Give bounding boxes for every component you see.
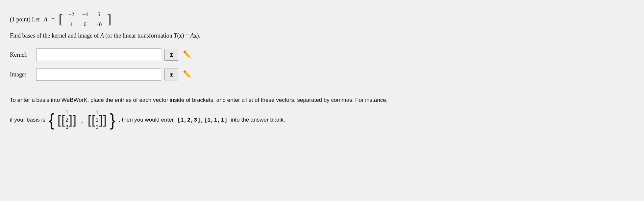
problem-statement: (1 point) Let A = [ −2 −4 5 4 6 −8 ] xyxy=(10,10,634,29)
code-example: [1,2,3],[1,1,1] xyxy=(177,117,227,123)
pencil-icon-2: ✏️ xyxy=(183,70,192,78)
inner-right-bracket-v2: ] xyxy=(99,114,103,126)
cell-1-1: 6 xyxy=(84,21,87,28)
image-label: Image: xyxy=(10,71,33,78)
v1-row2: 3 xyxy=(65,124,68,130)
cell-1-0: 4 xyxy=(70,21,73,28)
A-var2: A xyxy=(190,32,194,39)
problem-prefix: (1 point) Let xyxy=(10,16,40,23)
find-var: A xyxy=(100,32,104,39)
cell-1-2: −8 xyxy=(96,21,102,28)
cell-0-1: −4 xyxy=(82,11,88,18)
cell-0-0: −2 xyxy=(68,11,74,18)
variable-a: A xyxy=(44,16,47,23)
v2-row2: 1 xyxy=(96,124,99,130)
image-grid-button[interactable]: ⊞ xyxy=(164,69,178,80)
kernel-grid-button[interactable]: ⊞ xyxy=(164,49,178,61)
grid-icon: ⊞ xyxy=(169,52,174,58)
find-line: Find bases of the kernel and image of A … xyxy=(10,32,634,39)
basis-example-line: if your basis is { [ [ 1 2 3 ] ] , [ [ 1… xyxy=(10,109,634,131)
then-text: , then you would enter xyxy=(119,117,174,123)
image-input[interactable] xyxy=(36,68,161,81)
find-suffix: (or the linear transformation xyxy=(104,32,174,39)
cell-0-2: 5 xyxy=(97,11,100,18)
instructions-text: To enter a basis into WeBWorK, place the… xyxy=(10,97,387,103)
matrix-grid: −2 −4 5 4 6 −8 xyxy=(64,10,106,29)
outer-right-bracket-v1: ] xyxy=(73,114,76,126)
outer-right-bracket-v2: ] xyxy=(103,114,107,126)
pencil-icon: ✏️ xyxy=(183,50,192,59)
bracket-right: ] xyxy=(107,13,111,26)
vector1-inner: [ 1 2 3 ] xyxy=(62,109,72,131)
grid-icon-2: ⊞ xyxy=(169,72,174,78)
T-expr: T xyxy=(174,32,177,39)
kernel-label: Kernel: xyxy=(10,51,33,58)
inner-left-bracket-v1: [ xyxy=(62,114,65,126)
open-curly: { xyxy=(49,111,54,129)
kernel-pencil-button[interactable]: ✏️ xyxy=(182,50,193,59)
basis-prefix: if your basis is xyxy=(10,117,45,123)
outer-left-bracket-v2: [ xyxy=(88,114,91,126)
inner-left-bracket-v2: [ xyxy=(92,114,95,126)
v2-row1: 1 xyxy=(96,117,99,123)
v1-row0: 1 xyxy=(65,110,68,116)
image-pencil-button[interactable]: ✏️ xyxy=(182,70,193,79)
comma-between-vectors: , xyxy=(80,115,85,125)
vector2-inner: [ 1 1 1 ] xyxy=(92,109,103,131)
inner-right-bracket-v1: ] xyxy=(69,114,72,126)
divider xyxy=(10,88,634,88)
bracket-left: [ xyxy=(59,13,63,26)
x-bold2: x xyxy=(194,32,197,39)
image-row: Image: ⊞ ✏️ xyxy=(10,68,634,81)
kernel-input[interactable] xyxy=(36,48,161,61)
vector2-outer: [ [ 1 1 1 ] ] xyxy=(88,109,107,131)
close-curly: } xyxy=(110,111,115,129)
vector1-outer: [ [ 1 2 3 ] ] xyxy=(58,109,76,131)
outer-left-bracket-v1: [ xyxy=(58,114,61,126)
matrix-display: [ −2 −4 5 4 6 −8 ] xyxy=(59,10,111,29)
x-bold: x xyxy=(179,32,182,39)
vector1-grid: 1 2 3 xyxy=(65,109,68,131)
v2-row0: 1 xyxy=(96,110,99,116)
v1-row1: 2 xyxy=(65,117,68,123)
equals-sign: = xyxy=(51,16,55,23)
find-text: Find bases of the kernel and image of xyxy=(10,32,100,39)
suffix-text: into the answer blank. xyxy=(231,117,285,123)
vector2-grid: 1 1 1 xyxy=(96,109,99,131)
instructions-line1: To enter a basis into WeBWorK, place the… xyxy=(10,96,634,104)
kernel-row: Kernel: ⊞ ✏️ xyxy=(10,48,634,61)
